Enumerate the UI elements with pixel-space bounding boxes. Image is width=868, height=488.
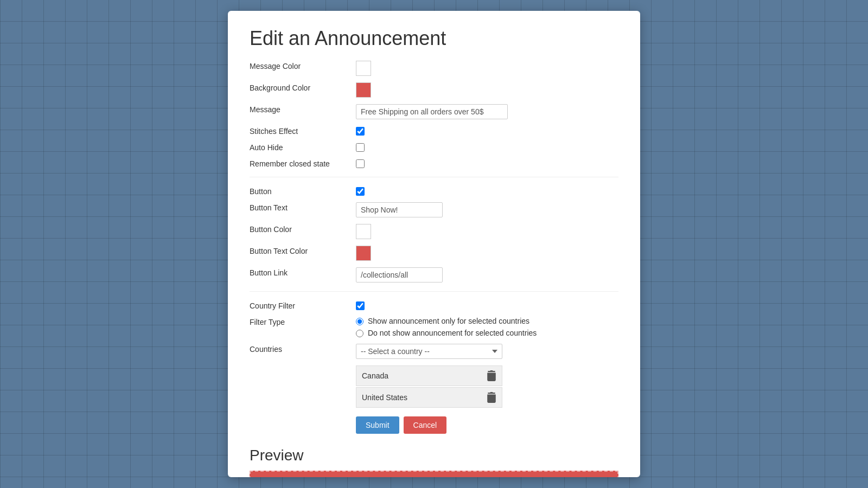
countries-row: Countries -- Select a country -- — [250, 344, 618, 359]
button-text-color-row: Button Text Color — [250, 246, 618, 261]
country-filter-label: Country Filter — [250, 300, 347, 310]
country-name: United States — [362, 393, 407, 402]
button-color-label: Button Color — [250, 224, 347, 234]
button-link-input[interactable] — [356, 267, 443, 282]
filter-hide-label: Do not show announcement for selected co… — [368, 329, 537, 337]
announcement-bar: Free Shipping on all orders over 50$ Sho… — [250, 471, 618, 477]
message-label: Message — [250, 104, 347, 114]
form-actions: Submit Cancel — [356, 416, 618, 434]
stitches-effect-row: Stitches Effect — [250, 126, 618, 136]
delete-canada-button[interactable] — [487, 370, 496, 381]
message-input[interactable] — [356, 104, 508, 119]
filter-type-label: Filter Type — [250, 317, 347, 326]
countries-select[interactable]: -- Select a country -- — [356, 344, 502, 359]
background-color-swatch[interactable] — [356, 82, 371, 98]
filter-type-radio-group: Show announcement only for selected coun… — [356, 317, 537, 337]
auto-hide-checkbox[interactable] — [356, 143, 365, 152]
list-item: United States — [356, 387, 502, 408]
filter-type-row: Filter Type Show announcement only for s… — [250, 317, 618, 337]
filter-show-label: Show announcement only for selected coun… — [368, 317, 529, 325]
background-color-label: Background Color — [250, 82, 347, 92]
button-text-input[interactable] — [356, 202, 443, 217]
button-checkbox[interactable] — [356, 187, 365, 196]
button-link-label: Button Link — [250, 267, 347, 277]
country-name: Canada — [362, 371, 388, 380]
submit-button[interactable]: Submit — [356, 416, 399, 434]
remember-closed-row: Remember closed state — [250, 158, 618, 168]
filter-show-radio[interactable] — [356, 318, 363, 325]
countries-label: Countries — [250, 344, 347, 354]
message-color-swatch[interactable] — [356, 61, 371, 76]
stitches-effect-checkbox[interactable] — [356, 127, 365, 136]
remember-closed-label: Remember closed state — [250, 158, 347, 168]
list-item: Canada — [356, 365, 502, 386]
button-row: Button — [250, 186, 618, 196]
button-link-row: Button Link — [250, 267, 618, 282]
auto-hide-row: Auto Hide — [250, 142, 618, 152]
button-label: Button — [250, 186, 347, 196]
button-text-color-label: Button Text Color — [250, 246, 347, 255]
filter-show-option: Show announcement only for selected coun… — [356, 317, 537, 325]
trash-icon — [487, 392, 496, 403]
button-text-row: Button Text — [250, 202, 618, 217]
message-color-label: Message Color — [250, 61, 347, 70]
trash-icon — [487, 370, 496, 381]
filter-hide-option: Do not show announcement for selected co… — [356, 329, 537, 337]
auto-hide-label: Auto Hide — [250, 142, 347, 152]
filter-hide-radio[interactable] — [356, 330, 363, 337]
page-title: Edit an Announcement — [250, 27, 618, 50]
preview-title: Preview — [250, 447, 618, 464]
preview-section: Preview Free Shipping on all orders over… — [250, 447, 618, 477]
remember-closed-checkbox[interactable] — [356, 159, 365, 168]
country-filter-row: Country Filter — [250, 300, 618, 310]
country-list: Canada United States — [356, 365, 502, 408]
country-filter-checkbox[interactable] — [356, 301, 365, 310]
edit-announcement-modal: Edit an Announcement Message Color Backg… — [228, 11, 640, 477]
stitches-effect-label: Stitches Effect — [250, 126, 347, 136]
message-color-row: Message Color — [250, 61, 618, 76]
button-text-label: Button Text — [250, 202, 347, 212]
button-color-swatch[interactable] — [356, 224, 371, 239]
button-text-color-swatch[interactable] — [356, 246, 371, 261]
message-row: Message — [250, 104, 618, 119]
delete-us-button[interactable] — [487, 392, 496, 403]
button-color-row: Button Color — [250, 224, 618, 239]
background-color-row: Background Color — [250, 82, 618, 98]
cancel-button[interactable]: Cancel — [404, 416, 447, 434]
